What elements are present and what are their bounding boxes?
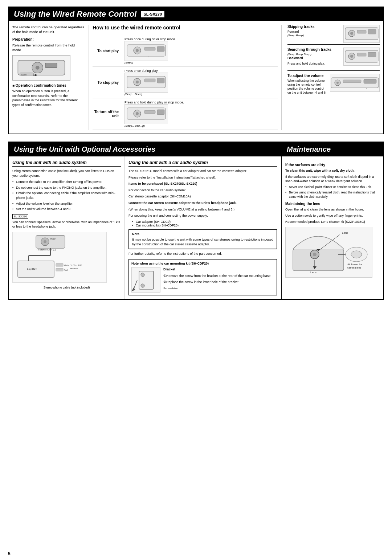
clean-title: To clean this unit, wipe with a soft, dr… [285, 169, 355, 172]
svg-text:Red: Red [64, 269, 68, 271]
svg-point-67 [351, 251, 362, 258]
svg-rect-17 [157, 78, 164, 83]
volume-desc: When adjusting the volume using the remo… [287, 79, 327, 95]
searching-backward: (Beep Beep Beep) Backward [287, 53, 331, 61]
wired-remote-header: Using the Wired Remote Control SL-SX270 [9, 7, 383, 21]
bottom-sections: Using the Unit with Optional Accessories… [8, 142, 384, 300]
audio-model-tag-note: You can connect speakers, active or othe… [12, 220, 121, 229]
skip-header: Skipping tracks Forward (Beep Beep) [287, 25, 380, 45]
audio-intro: Using stereo connection cable (not inclu… [12, 169, 121, 178]
car-audio-refer: Please refer to the "Installation Instru… [128, 175, 277, 180]
searching-info: Searching through tracks (Beep Beep Beep… [287, 48, 331, 67]
searching-beep: (Beep Beep Beep) [287, 53, 331, 56]
lens-diagram-svg: Lens Air blower for camera lens Lens [286, 227, 373, 278]
svg-text:Air blower for: Air blower for [347, 263, 363, 266]
cd-player-svg: HOLD▶ 00000 [16, 57, 67, 79]
svg-text:Headphone jack (Ω): Headphone jack (Ω) [37, 249, 56, 251]
audio-bullet-2: Obtain the optional connecting cable if … [12, 191, 121, 200]
volume-section: To adjust the volume When adjusting the … [287, 74, 380, 96]
lens-title: Maintaining the lens [285, 202, 380, 206]
svg-rect-16 [144, 79, 155, 82]
items-to-purchase: Items to be purchased (SL-SX270/SL-SX220… [128, 181, 277, 186]
skipping-forward: Forward [287, 30, 314, 34]
mounting-text: Bracket ①Remove the screw from the brack… [163, 267, 271, 292]
wired-model-badge: SL-SX270 [141, 11, 164, 17]
dirty-surfaces-text: If the surfaces are extremely dirty, use… [285, 175, 380, 184]
searching-svg [344, 49, 379, 65]
note-label: Note [132, 232, 274, 237]
page: Using the Wired Remote Control SL-SX270 … [0, 0, 392, 560]
audio-bullet-list: Connect the cable to the amplifier after… [12, 180, 121, 212]
note-text: It may not be possible to use the unit w… [132, 238, 273, 246]
mounting-diagram [131, 267, 160, 293]
svg-text:Lens: Lens [310, 271, 317, 274]
off-desc-top: Press and hold during play or stop mode. [124, 101, 278, 104]
wired-body: The remote control can be operated regar… [9, 21, 383, 134]
control-row-start: To start play Press once during off or s… [93, 35, 278, 67]
svg-point-41 [44, 240, 46, 243]
stop-play-label: To stop play [93, 81, 122, 85]
lens-text2: Use a cotton swab to gently wipe off any… [285, 213, 380, 218]
volume-img [330, 74, 380, 92]
svg-text:Lens: Lens [342, 231, 348, 234]
skipping-img [343, 25, 380, 43]
svg-point-20 [136, 112, 139, 115]
supply-item-0: Car adaptor (SH-CDC9) [132, 220, 277, 224]
audio-diagram-caption: Stereo phono cable (not included) [12, 286, 121, 289]
skipping-beep: (Beep Beep) [287, 34, 314, 37]
wired-left-col: The remote control can be operated regar… [12, 25, 85, 130]
audio-bullet-0: Connect the cable to the amplifier after… [12, 180, 121, 184]
accessories-header: Using the Unit with Optional Accessories [9, 142, 281, 156]
skipping-title: Skipping tracks Forward (Beep Beep) [287, 25, 314, 38]
maintenance-title: Maintenance [287, 145, 378, 154]
svg-rect-22 [157, 110, 164, 115]
dirty-bullets: Never use alcohol, paint thinner or benz… [285, 185, 380, 199]
svg-point-25 [350, 32, 353, 35]
audio-diagram-svg: HOLD Headphone jack (Ω) Amplifier [14, 234, 105, 281]
start-play-label: To start play [93, 49, 122, 53]
start-desc-top-text: Press once during off or stop mode. [124, 37, 278, 41]
svg-line-58 [134, 280, 137, 289]
dirty-surfaces-title: If the surfaces are dirty [285, 163, 380, 167]
svg-point-56 [141, 273, 144, 277]
skipping-svg [344, 26, 379, 42]
svg-marker-59 [132, 287, 135, 291]
supply-item-1: Car mounting kit (SH-CDF20) [132, 224, 277, 227]
svg-text:White: White [64, 264, 69, 266]
maintenance-section: Maintenance If the surfaces are dirty To… [282, 142, 383, 299]
further-details: For further details, refer to the instru… [128, 252, 277, 256]
mounting-step1: ①Remove the screw from the bracket at th… [163, 274, 271, 278]
car-audio-right: Using the unit with a car audio system T… [125, 156, 281, 299]
svg-point-35 [336, 82, 339, 84]
start-play-desc-top: Press once during off or stop mode. [124, 37, 278, 64]
how-to-title: How to use the wired remote control [93, 25, 278, 32]
start-play-img [124, 41, 168, 61]
svg-text:camera lens: camera lens [347, 266, 362, 269]
bracket-label: Bracket [163, 267, 175, 271]
lens-diagram: Lens Air blower for camera lens Lens [285, 227, 372, 278]
svg-rect-50 [56, 268, 63, 271]
wired-center-col: How to use the wired remote control To s… [89, 25, 282, 130]
dirty-bullet-0: Never use alcohol, paint thinner or benz… [285, 185, 380, 189]
note-box: Note It may not be possible to use the u… [128, 229, 277, 249]
dirty-bullet-1: Before using chemically treated cloth, r… [285, 191, 380, 199]
mounting-kit-box: Note when using the car mounting kit (SH… [128, 259, 277, 295]
when-doing: (When doing this, keep the unit's VOLUME… [128, 207, 277, 212]
svg-text:terminals: terminals [70, 267, 78, 270]
svg-rect-11 [157, 46, 164, 52]
off-img [124, 104, 168, 124]
svg-point-62 [313, 253, 317, 256]
start-play-svg [126, 43, 166, 59]
stop-play-svg [126, 74, 166, 91]
svg-point-30 [350, 55, 353, 58]
svg-rect-32 [368, 52, 376, 57]
off-svg [126, 106, 166, 122]
svg-point-2 [36, 66, 40, 70]
svg-point-57 [141, 284, 144, 287]
stop-play-img [124, 73, 168, 93]
searching-section: Searching through tracks (Beep Beep Beep… [287, 48, 380, 71]
skipping-desc: Forward (Beep Beep) [287, 30, 314, 37]
accessories-body: Using the unit with an audio system Usin… [9, 156, 281, 299]
start-beep: (Beep) [124, 61, 278, 64]
screwdriver-label: Screwdriver [163, 286, 271, 290]
